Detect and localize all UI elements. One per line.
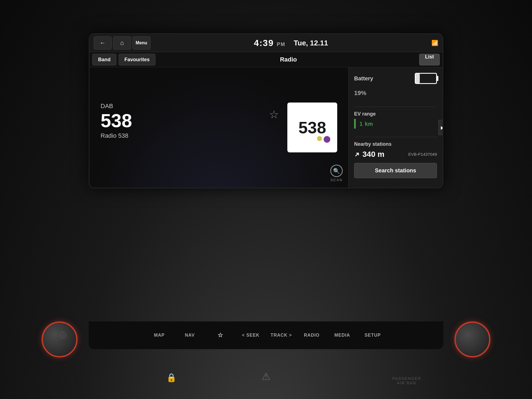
dab-label: DAB xyxy=(101,103,261,110)
home-icon: ⌂ xyxy=(120,39,124,47)
hazard-icon[interactable]: ⚠ xyxy=(262,371,270,382)
dot-yellow xyxy=(317,136,322,141)
nav-buttons: ← ⌂ Menu xyxy=(94,36,150,50)
ev-label: EV range xyxy=(354,111,437,117)
divider-1 xyxy=(354,107,437,107)
station-number: 538 xyxy=(101,111,261,130)
expand-panel-button[interactable]: ▶ xyxy=(438,120,443,135)
menu-button[interactable]: Menu xyxy=(132,36,150,50)
star-hw-icon: ☆ xyxy=(218,332,223,339)
radio-info: DAB 538 Radio 538 ☆ 538 xyxy=(101,103,337,152)
radio-title: Radio xyxy=(158,56,419,63)
clock-time: 4:39 PM xyxy=(254,38,285,48)
radio-text: DAB 538 Radio 538 xyxy=(101,103,261,139)
direction-arrow-icon: ➜ xyxy=(352,150,362,159)
search-stations-button[interactable]: Search stations xyxy=(354,163,437,178)
ev-value: 1 km xyxy=(354,118,437,129)
menu-label: Menu xyxy=(136,40,147,45)
clock-area: 4:39 PM Tue, 12.11 xyxy=(150,38,431,48)
radio-area: DAB 538 Radio 538 ☆ 538 🔍 xyxy=(89,67,348,188)
main-content: DAB 538 Radio 538 ☆ 538 🔍 xyxy=(89,67,443,188)
station-distance: 340 m xyxy=(362,150,406,159)
logo-text: 538 xyxy=(298,118,326,137)
divider-2 xyxy=(354,137,437,137)
band-button[interactable]: Band xyxy=(92,54,116,65)
scan-icon: 🔍 xyxy=(330,165,343,177)
station-id: EVB-P1437049 xyxy=(408,152,437,157)
battery-section: Battery 19% xyxy=(354,73,437,97)
station-name: Radio 538 xyxy=(101,132,261,139)
battery-percent: 19% xyxy=(354,85,437,97)
volume-knob[interactable] xyxy=(42,321,78,357)
track-button[interactable]: TRACK > xyxy=(266,321,296,349)
list-button[interactable]: List xyxy=(419,54,440,65)
map-button[interactable]: MAP xyxy=(144,321,175,349)
battery-header: Battery xyxy=(354,73,437,84)
nearby-station-item: ➜ 340 m EVB-P1437049 xyxy=(354,150,437,159)
scan-label: SCAN xyxy=(330,178,342,182)
airbag-label: PASSENGERAIR BAG xyxy=(392,376,421,385)
signal-icon: 📶 xyxy=(431,40,438,46)
sub-header: Band Favourites Radio List xyxy=(89,52,443,67)
nav-button[interactable]: NAV xyxy=(175,321,205,349)
lock-icon: 🔒 xyxy=(166,373,177,382)
power-button[interactable]: ⏻ xyxy=(60,332,66,339)
setup-button[interactable]: SETUP xyxy=(357,321,388,349)
screen-wrapper: ← ⌂ Menu 4:39 PM Tue, 12.11 📶 xyxy=(89,33,443,188)
ev-section: EV range 1 km xyxy=(354,111,437,129)
home-button[interactable]: ⌂ xyxy=(113,36,131,50)
media-button[interactable]: MEDIA xyxy=(327,321,357,349)
top-bar: ← ⌂ Menu 4:39 PM Tue, 12.11 📶 xyxy=(89,34,443,52)
infotainment-screen: ← ⌂ Menu 4:39 PM Tue, 12.11 📶 xyxy=(89,34,443,188)
battery-label: Battery xyxy=(354,75,373,82)
nearby-label: Nearby stations xyxy=(354,141,437,147)
ev-bar-icon xyxy=(354,119,356,129)
back-button[interactable]: ← xyxy=(94,36,112,50)
dot-purple xyxy=(324,136,330,143)
hardware-controls: MAP NAV ☆ < SEEK TRACK > RADIO MEDIA SET… xyxy=(89,321,443,349)
clock-period: PM xyxy=(277,42,285,47)
date-display: Tue, 12.11 xyxy=(294,39,328,47)
tuning-knob[interactable] xyxy=(454,321,490,357)
station-logo: 538 xyxy=(287,103,337,152)
scan-button[interactable]: 🔍 SCAN xyxy=(330,165,343,182)
right-panel: Battery 19% EV range 1 xyxy=(348,67,443,188)
back-icon: ← xyxy=(100,39,106,47)
nearby-section: Nearby stations ➜ 340 m EVB-P1437049 Sea… xyxy=(354,141,437,182)
favourites-hw-button[interactable]: ☆ xyxy=(205,321,236,349)
battery-fill xyxy=(416,74,420,83)
seek-button[interactable]: < SEEK xyxy=(236,321,266,349)
signal-area: 📶 xyxy=(431,40,438,46)
favourite-star-button[interactable]: ☆ xyxy=(269,108,279,121)
radio-hw-button[interactable]: RADIO xyxy=(296,321,327,349)
favourites-button[interactable]: Favourites xyxy=(119,54,155,65)
battery-icon xyxy=(415,73,437,84)
logo-dots xyxy=(317,136,330,143)
